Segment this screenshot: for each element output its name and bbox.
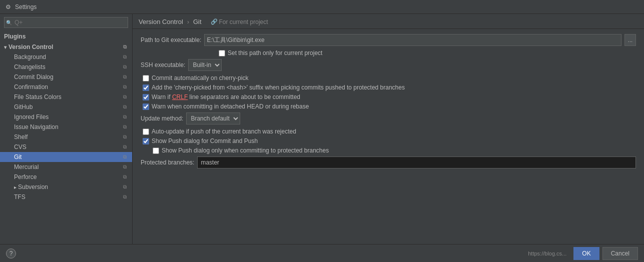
ssh-select[interactable]: Built-in Native — [188, 59, 222, 71]
sidebar-item-shelf[interactable]: Shelf ⧉ — [0, 132, 132, 142]
path-label: Path to Git executable: — [141, 36, 201, 44]
search-box[interactable]: 🔍 — [4, 17, 128, 28]
path-input[interactable] — [204, 34, 621, 46]
copy-icon: ⧉ — [121, 174, 128, 180]
detached-head-checkbox[interactable] — [143, 104, 149, 110]
content-header: Version Control › Git 🔗 For current proj… — [133, 14, 644, 29]
plugins-header: Plugins — [0, 31, 132, 42]
copy-icon: ⧉ — [121, 64, 128, 70]
copy-icon: ⧉ — [121, 74, 128, 80]
sidebar: 🔍 Plugins ▾ Version Control ⧉ Background… — [0, 14, 133, 244]
copy-icon: ⧉ — [121, 164, 128, 170]
detached-head-label: Warn when committing in detached HEAD or… — [152, 103, 309, 110]
version-control-header[interactable]: ▾ Version Control ⧉ — [0, 42, 132, 52]
copy-icon: ⧉ — [121, 194, 128, 200]
copy-icon: ⧉ — [121, 134, 128, 140]
show-push-row: Show Push dialog for Commit and Push — [141, 138, 636, 144]
content-panel: Version Control › Git 🔗 For current proj… — [133, 14, 644, 244]
cherry-pick-label: Commit automatically on cherry-pick — [152, 74, 248, 82]
sidebar-item-subversion[interactable]: ▸ Subversion ⧉ — [0, 182, 132, 192]
sidebar-item-github[interactable]: GitHub ⧉ — [0, 102, 132, 112]
search-input[interactable] — [4, 17, 128, 28]
copy-icon: ⧉ — [121, 44, 128, 50]
copy-icon: ⧉ — [121, 104, 128, 110]
link-icon: 🔗 — [211, 18, 218, 25]
sidebar-item-ignored-files[interactable]: Ignored Files ⧉ — [0, 112, 132, 122]
auto-update-label: Auto-update if push of the current branc… — [152, 128, 296, 135]
version-control-label: Version Control — [9, 44, 53, 50]
for-project-text: For current project — [219, 18, 268, 26]
show-push-label: Show Push dialog for Commit and Push — [152, 138, 258, 144]
set-path-row: Set this path only for current project — [141, 50, 636, 56]
main-container: 🔍 Plugins ▾ Version Control ⧉ Background… — [0, 14, 644, 244]
settings-icon: ⚙ — [4, 3, 12, 11]
path-row: Path to Git executable: ... — [141, 34, 636, 46]
update-method-row: Update method: Branch default Merge Reba… — [141, 112, 636, 124]
cherry-suffix-row: Add the 'cherry-picked from <hash>' suff… — [141, 84, 636, 91]
cherry-pick-checkbox[interactable] — [143, 75, 149, 82]
cancel-button[interactable]: Cancel — [602, 247, 638, 260]
crlf-checkbox[interactable] — [143, 94, 149, 100]
title-bar-text: Settings — [15, 4, 37, 10]
sidebar-item-issue-navigation[interactable]: Issue Navigation ⧉ — [0, 122, 132, 132]
copy-icon: ⧉ — [121, 54, 128, 60]
crlf-row: Warn if CRLF line separators are about t… — [141, 94, 636, 100]
protected-label: Protected branches: — [141, 159, 194, 166]
update-method-select[interactable]: Branch default Merge Rebase — [186, 112, 240, 124]
sidebar-item-commit-dialog[interactable]: Commit Dialog ⧉ — [0, 72, 132, 82]
copy-icon: ⧉ — [121, 154, 128, 160]
sidebar-item-background[interactable]: Background ⧉ — [0, 52, 132, 62]
help-button[interactable]: ? — [6, 248, 16, 258]
for-current-project: 🔗 For current project — [211, 18, 268, 26]
url-text: https://blog.cs... — [528, 250, 566, 256]
search-icon: 🔍 — [6, 20, 12, 26]
browse-button[interactable]: ... — [624, 34, 636, 46]
content-body: Path to Git executable: ... Set this pat… — [133, 29, 644, 244]
crlf-highlight: CRLF — [172, 94, 188, 100]
protected-input[interactable] — [197, 156, 636, 168]
copy-icon: ⧉ — [121, 94, 128, 100]
push-protected-label: Show Push dialog only when committing to… — [162, 147, 329, 154]
sidebar-item-changelists[interactable]: Changelists ⧉ — [0, 62, 132, 72]
auto-update-checkbox[interactable] — [143, 128, 149, 135]
sidebar-item-perforce[interactable]: Perforce ⧉ — [0, 172, 132, 182]
sidebar-item-mercurial[interactable]: Mercurial ⧉ — [0, 162, 132, 172]
chevron-right-icon: ▸ — [14, 184, 17, 190]
protected-branches-row: Protected branches: — [141, 156, 636, 168]
set-path-label: Set this path only for current project — [228, 50, 322, 56]
sidebar-item-file-status-colors[interactable]: File Status Colors ⧉ — [0, 92, 132, 102]
sidebar-item-confirmation[interactable]: Confirmation ⧉ — [0, 82, 132, 92]
set-path-checkbox[interactable] — [219, 50, 225, 56]
push-protected-checkbox[interactable] — [153, 148, 159, 154]
push-protected-row: Show Push dialog only when committing to… — [141, 147, 636, 154]
copy-icon: ⧉ — [121, 84, 128, 90]
chevron-down-icon: ▾ — [4, 44, 7, 50]
breadcrumb-version-control: Version Control — [139, 18, 183, 26]
cherry-suffix-checkbox[interactable] — [143, 84, 149, 91]
copy-icon: ⧉ — [121, 144, 128, 150]
cherry-suffix-label: Add the 'cherry-picked from <hash>' suff… — [152, 84, 405, 91]
ok-button[interactable]: OK — [573, 247, 599, 260]
bottom-left: ? — [6, 248, 16, 258]
cherry-pick-row: Commit automatically on cherry-pick — [141, 74, 636, 82]
copy-icon: ⧉ — [121, 184, 128, 190]
crlf-label: Warn if CRLF line separators are about t… — [152, 94, 300, 100]
sidebar-item-tfs[interactable]: TFS ⧉ — [0, 192, 132, 202]
copy-icon: ⧉ — [121, 124, 128, 130]
update-method-label: Update method: — [141, 115, 183, 122]
auto-update-row: Auto-update if push of the current branc… — [141, 128, 636, 135]
ssh-label: SSH executable: — [141, 62, 185, 68]
copy-icon: ⧉ — [121, 114, 128, 120]
breadcrumb-git: Git — [193, 18, 202, 26]
sidebar-item-cvs[interactable]: CVS ⧉ — [0, 142, 132, 152]
detached-head-row: Warn when committing in detached HEAD or… — [141, 103, 636, 110]
ssh-row: SSH executable: Built-in Native — [141, 59, 636, 71]
sidebar-item-git[interactable]: Git ⧉ — [0, 152, 132, 162]
bottom-bar: ? https://blog.cs... OK Cancel — [0, 244, 644, 262]
breadcrumb-arrow: › — [187, 18, 189, 26]
title-bar: ⚙ Settings — [0, 0, 644, 14]
bottom-right: https://blog.cs... OK Cancel — [528, 247, 638, 260]
show-push-checkbox[interactable] — [143, 138, 149, 144]
